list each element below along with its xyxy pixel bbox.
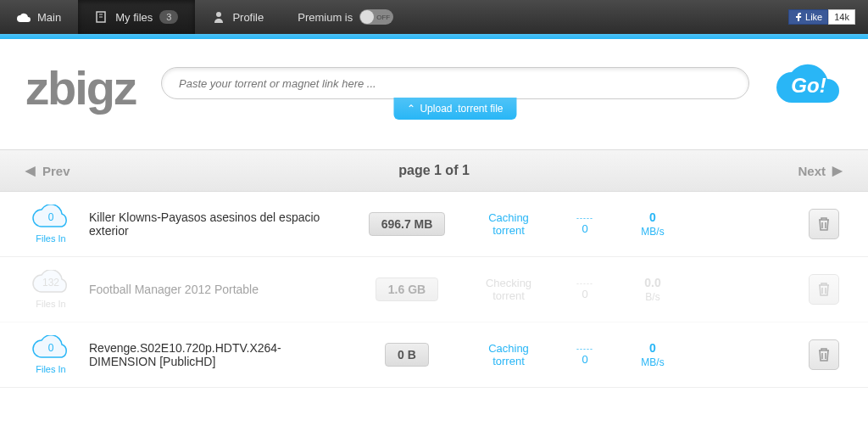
delete-column — [809, 339, 843, 370]
svg-point-3 — [216, 12, 221, 17]
upload-icon: ⌃ — [407, 103, 415, 115]
pager: ◀ Prev page 1 of 1 Next ▶ — [0, 149, 868, 192]
cloud-icon: 132 — [31, 270, 70, 294]
file-row: 0 Files In Killer Klowns-Payasos asesino… — [0, 192, 868, 257]
file-speed: 0MB/s — [623, 341, 682, 368]
svg-text:Go!: Go! — [791, 74, 826, 97]
cloud-icon: 0 — [31, 205, 70, 228]
file-speed: 0MB/s — [623, 210, 682, 238]
prev-button[interactable]: ◀ Prev — [25, 163, 70, 178]
file-size: 0 B — [356, 343, 458, 367]
files-in-column: 0 Files In — [25, 335, 76, 374]
file-size: 1.6 GB — [356, 277, 458, 301]
delete-button[interactable] — [809, 209, 839, 239]
file-row: 0 Files In Revenge.S02E10.720p.HDTV.X264… — [0, 322, 868, 388]
svg-text:0: 0 — [48, 211, 54, 223]
logo: zbigz — [25, 60, 136, 115]
premium-toggle[interactable]: OFF — [359, 9, 393, 25]
files-icon — [95, 10, 108, 24]
file-speed: 0.0B/s — [623, 276, 682, 303]
files-in-label: Files In — [25, 233, 76, 244]
file-title[interactable]: Killer Klowns-Payasos asesinos del espac… — [89, 210, 343, 238]
premium-label: Premium is — [298, 11, 353, 24]
svg-text:132: 132 — [42, 277, 59, 289]
fb-count: 14k — [828, 9, 855, 25]
fb-like-button[interactable]: Like — [788, 9, 828, 25]
chevron-left-icon: ◀ — [25, 163, 36, 178]
facebook-icon — [794, 13, 803, 21]
go-button[interactable]: Go! — [775, 60, 843, 107]
nav-main[interactable]: Main — [0, 0, 78, 34]
files-in-label: Files In — [25, 364, 76, 374]
files-in-label: Files In — [25, 299, 76, 309]
delete-button[interactable] — [809, 339, 839, 370]
file-status: Checkingtorrent — [470, 277, 547, 302]
person-icon — [212, 10, 225, 24]
file-list: 0 Files In Killer Klowns-Payasos asesino… — [0, 192, 868, 388]
trash-icon — [817, 347, 831, 362]
trash-icon — [817, 216, 831, 232]
myfiles-count-badge: 3 — [159, 10, 178, 24]
delete-button[interactable] — [809, 274, 839, 305]
upload-torrent-button[interactable]: ⌃ Upload .torrent file — [393, 98, 516, 120]
facebook-like[interactable]: Like 14k — [788, 9, 855, 25]
nav-profile-label: Profile — [232, 11, 264, 24]
files-in-column: 0 Files In — [25, 205, 76, 244]
premium-status: Premium is OFF — [298, 9, 393, 25]
delete-column — [809, 274, 843, 305]
trash-icon — [817, 282, 831, 297]
file-seeds: -----0 — [559, 345, 610, 366]
cloud-icon: 0 — [31, 335, 70, 359]
next-button[interactable]: Next ▶ — [798, 163, 843, 178]
cloud-icon — [17, 10, 31, 24]
svg-text:0: 0 — [48, 342, 54, 354]
nav-myfiles-label: My files — [115, 11, 153, 24]
chevron-right-icon: ▶ — [832, 163, 843, 178]
nav-myfiles[interactable]: My files 3 — [78, 0, 195, 34]
delete-column — [809, 209, 843, 239]
file-status: Cachingtorrent — [470, 342, 547, 367]
file-title[interactable]: Football Manager 2012 Portable — [89, 283, 343, 296]
nav-profile[interactable]: Profile — [195, 0, 281, 34]
topbar: Main My files 3 Profile Premium is OFF L… — [0, 0, 868, 34]
nav-main-label: Main — [37, 11, 61, 24]
files-in-column: 132 Files In — [25, 270, 76, 309]
hero-section: zbigz ⌃ Upload .torrent file Go! — [0, 39, 868, 132]
file-size: 696.7 MB — [356, 212, 458, 236]
file-seeds: -----0 — [559, 214, 610, 235]
file-row: 132 Files In Football Manager 2012 Porta… — [0, 257, 868, 322]
page-indicator: page 1 of 1 — [70, 163, 798, 178]
search-input[interactable] — [161, 67, 749, 99]
file-title[interactable]: Revenge.S02E10.720p.HDTV.X264-DIMENSION … — [89, 341, 343, 368]
file-status: Cachingtorrent — [470, 211, 547, 237]
file-seeds: -----0 — [559, 279, 610, 300]
search-wrapper: ⌃ Upload .torrent file — [161, 67, 749, 99]
